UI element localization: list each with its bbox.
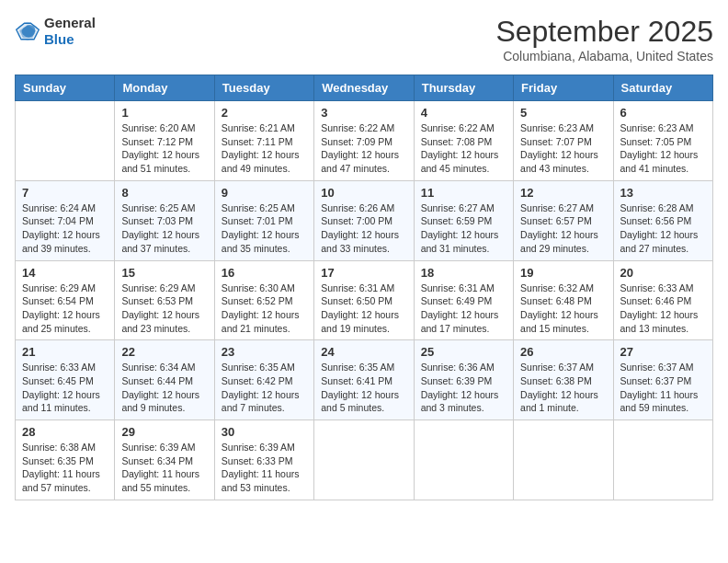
calendar-cell: 11Sunrise: 6:27 AM Sunset: 6:59 PM Dayli… [414, 180, 513, 260]
day-info: Sunrise: 6:39 AM Sunset: 6:33 PM Dayligh… [222, 441, 307, 495]
day-number: 17 [321, 266, 406, 280]
week-row-3: 14Sunrise: 6:29 AM Sunset: 6:54 PM Dayli… [16, 260, 713, 340]
calendar-cell: 1Sunrise: 6:20 AM Sunset: 7:12 PM Daylig… [115, 101, 214, 181]
calendar-cell: 22Sunrise: 6:34 AM Sunset: 6:44 PM Dayli… [115, 340, 214, 420]
day-info: Sunrise: 6:22 AM Sunset: 7:08 PM Dayligh… [421, 121, 506, 176]
week-row-5: 28Sunrise: 6:38 AM Sunset: 6:35 PM Dayli… [16, 420, 713, 500]
day-info: Sunrise: 6:23 AM Sunset: 7:07 PM Dayligh… [520, 121, 606, 176]
day-info: Sunrise: 6:31 AM Sunset: 6:49 PM Dayligh… [421, 282, 506, 336]
calendar-cell: 21Sunrise: 6:33 AM Sunset: 6:45 PM Dayli… [16, 340, 115, 420]
day-header-monday: Monday [115, 75, 214, 101]
calendar-cell: 10Sunrise: 6:26 AM Sunset: 7:00 PM Dayli… [314, 180, 414, 260]
day-number: 3 [321, 106, 406, 120]
day-info: Sunrise: 6:39 AM Sunset: 6:34 PM Dayligh… [121, 441, 207, 495]
day-info: Sunrise: 6:37 AM Sunset: 6:38 PM Dayligh… [520, 361, 606, 415]
logo-text: General Blue [44, 15, 96, 48]
day-number: 1 [121, 106, 207, 120]
header-row: SundayMondayTuesdayWednesdayThursdayFrid… [16, 75, 713, 101]
calendar-cell: 8Sunrise: 6:25 AM Sunset: 7:03 PM Daylig… [115, 180, 214, 260]
day-info: Sunrise: 6:27 AM Sunset: 6:59 PM Dayligh… [421, 201, 506, 256]
calendar-cell: 7Sunrise: 6:24 AM Sunset: 7:04 PM Daylig… [16, 180, 115, 260]
calendar-cell [613, 420, 712, 500]
day-number: 18 [421, 266, 506, 280]
calendar-cell: 19Sunrise: 6:32 AM Sunset: 6:48 PM Dayli… [514, 260, 613, 340]
calendar-cell: 16Sunrise: 6:30 AM Sunset: 6:52 PM Dayli… [214, 260, 313, 340]
calendar-cell: 6Sunrise: 6:23 AM Sunset: 7:05 PM Daylig… [613, 101, 712, 181]
day-info: Sunrise: 6:32 AM Sunset: 6:48 PM Dayligh… [520, 282, 606, 336]
title-area: September 2025 Columbiana, Alabama, Unit… [495, 15, 713, 63]
day-number: 7 [22, 186, 108, 200]
day-info: Sunrise: 6:36 AM Sunset: 6:39 PM Dayligh… [421, 361, 506, 415]
day-number: 9 [222, 186, 307, 200]
calendar-cell: 9Sunrise: 6:25 AM Sunset: 7:01 PM Daylig… [214, 180, 313, 260]
calendar-cell: 27Sunrise: 6:37 AM Sunset: 6:37 PM Dayli… [613, 340, 712, 420]
day-info: Sunrise: 6:31 AM Sunset: 6:50 PM Dayligh… [321, 282, 406, 336]
calendar-table: SundayMondayTuesdayWednesdayThursdayFrid… [15, 75, 713, 500]
day-info: Sunrise: 6:35 AM Sunset: 6:41 PM Dayligh… [321, 361, 406, 415]
day-info: Sunrise: 6:38 AM Sunset: 6:35 PM Dayligh… [22, 441, 108, 495]
day-number: 2 [222, 106, 307, 120]
day-number: 15 [121, 266, 207, 280]
day-number: 27 [620, 345, 706, 359]
day-number: 4 [421, 106, 506, 120]
calendar-cell: 2Sunrise: 6:21 AM Sunset: 7:11 PM Daylig… [214, 101, 313, 181]
calendar-cell: 12Sunrise: 6:27 AM Sunset: 6:57 PM Dayli… [514, 180, 613, 260]
day-header-tuesday: Tuesday [214, 75, 313, 101]
day-number: 28 [22, 425, 108, 439]
calendar-cell: 23Sunrise: 6:35 AM Sunset: 6:42 PM Dayli… [214, 340, 313, 420]
day-number: 24 [321, 345, 406, 359]
day-number: 10 [321, 186, 406, 200]
day-info: Sunrise: 6:29 AM Sunset: 6:54 PM Dayligh… [22, 282, 108, 336]
day-number: 25 [421, 345, 506, 359]
day-number: 14 [22, 266, 108, 280]
day-info: Sunrise: 6:30 AM Sunset: 6:52 PM Dayligh… [222, 282, 307, 336]
calendar-cell: 20Sunrise: 6:33 AM Sunset: 6:46 PM Dayli… [613, 260, 712, 340]
day-number: 13 [620, 186, 706, 200]
day-number: 23 [222, 345, 307, 359]
calendar-cell [16, 101, 115, 181]
day-info: Sunrise: 6:26 AM Sunset: 7:00 PM Dayligh… [321, 201, 406, 256]
day-number: 19 [520, 266, 606, 280]
calendar-cell: 13Sunrise: 6:28 AM Sunset: 6:56 PM Dayli… [613, 180, 712, 260]
day-number: 30 [222, 425, 307, 439]
day-header-friday: Friday [514, 75, 613, 101]
calendar-cell: 26Sunrise: 6:37 AM Sunset: 6:38 PM Dayli… [514, 340, 613, 420]
day-info: Sunrise: 6:33 AM Sunset: 6:46 PM Dayligh… [620, 282, 706, 336]
day-number: 12 [520, 186, 606, 200]
day-info: Sunrise: 6:37 AM Sunset: 6:37 PM Dayligh… [620, 361, 706, 415]
calendar-cell: 24Sunrise: 6:35 AM Sunset: 6:41 PM Dayli… [314, 340, 414, 420]
day-number: 26 [520, 345, 606, 359]
day-info: Sunrise: 6:35 AM Sunset: 6:42 PM Dayligh… [222, 361, 307, 415]
day-info: Sunrise: 6:27 AM Sunset: 6:57 PM Dayligh… [520, 201, 606, 256]
calendar-cell: 14Sunrise: 6:29 AM Sunset: 6:54 PM Dayli… [16, 260, 115, 340]
logo: General Blue [15, 15, 96, 48]
day-number: 6 [620, 106, 706, 120]
day-number: 5 [520, 106, 606, 120]
day-info: Sunrise: 6:20 AM Sunset: 7:12 PM Dayligh… [121, 121, 207, 176]
day-header-sunday: Sunday [16, 75, 115, 101]
day-info: Sunrise: 6:29 AM Sunset: 6:53 PM Dayligh… [121, 282, 207, 336]
day-info: Sunrise: 6:25 AM Sunset: 7:01 PM Dayligh… [222, 201, 307, 256]
location: Columbiana, Alabama, United States [495, 49, 713, 63]
calendar-cell: 15Sunrise: 6:29 AM Sunset: 6:53 PM Dayli… [115, 260, 214, 340]
day-header-thursday: Thursday [414, 75, 513, 101]
week-row-1: 1Sunrise: 6:20 AM Sunset: 7:12 PM Daylig… [16, 101, 713, 181]
calendar-cell: 25Sunrise: 6:36 AM Sunset: 6:39 PM Dayli… [414, 340, 513, 420]
calendar-cell [414, 420, 513, 500]
calendar-cell: 29Sunrise: 6:39 AM Sunset: 6:34 PM Dayli… [115, 420, 214, 500]
day-number: 11 [421, 186, 506, 200]
week-row-4: 21Sunrise: 6:33 AM Sunset: 6:45 PM Dayli… [16, 340, 713, 420]
header: General Blue September 2025 Columbiana, … [15, 15, 713, 63]
calendar-cell: 17Sunrise: 6:31 AM Sunset: 6:50 PM Dayli… [314, 260, 414, 340]
day-number: 22 [121, 345, 207, 359]
calendar-cell: 4Sunrise: 6:22 AM Sunset: 7:08 PM Daylig… [414, 101, 513, 181]
day-info: Sunrise: 6:28 AM Sunset: 6:56 PM Dayligh… [620, 201, 706, 256]
month-title: September 2025 [495, 15, 713, 49]
day-info: Sunrise: 6:23 AM Sunset: 7:05 PM Dayligh… [620, 121, 706, 176]
day-info: Sunrise: 6:33 AM Sunset: 6:45 PM Dayligh… [22, 361, 108, 415]
week-row-2: 7Sunrise: 6:24 AM Sunset: 7:04 PM Daylig… [16, 180, 713, 260]
day-info: Sunrise: 6:24 AM Sunset: 7:04 PM Dayligh… [22, 201, 108, 256]
day-number: 21 [22, 345, 108, 359]
day-number: 29 [121, 425, 207, 439]
calendar-cell: 18Sunrise: 6:31 AM Sunset: 6:49 PM Dayli… [414, 260, 513, 340]
